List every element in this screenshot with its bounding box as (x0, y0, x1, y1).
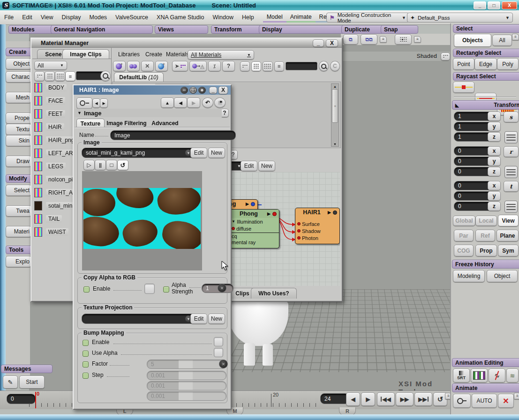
next-page-icon[interactable]: ▶ (100, 98, 108, 108)
search-icon[interactable] (319, 61, 329, 71)
select-options-menu[interactable] (512, 34, 519, 40)
pause-icon[interactable]: || (95, 160, 106, 170)
animation-divot[interactable] (83, 286, 90, 292)
history-forward-icon[interactable]: ▶ (187, 98, 200, 108)
menu-display[interactable]: Display (58, 13, 85, 22)
duplicate-single-icon[interactable]: ⧉ (343, 34, 358, 45)
loop-icon[interactable]: ↺ (117, 160, 128, 170)
material-to-selection-icon[interactable]: ⇒◬ (189, 61, 207, 71)
scroll-up-icon[interactable]: ▲ (331, 84, 338, 89)
scale-options-icon[interactable] (504, 131, 518, 143)
mm-thumb-medium-icon[interactable] (45, 71, 55, 81)
sidebar-item-texture[interactable]: Textu (6, 124, 31, 135)
rotate-mode-button[interactable]: r (504, 146, 519, 157)
mm-menu-materials[interactable]: Materials (166, 51, 189, 58)
keyable-parameters-icon[interactable] (471, 368, 488, 382)
select-edge-button[interactable]: Edge (474, 58, 497, 70)
animation-divot[interactable] (83, 373, 89, 379)
mm-view-small-icon[interactable] (240, 61, 250, 71)
select-point-button[interactable]: Point (453, 58, 474, 70)
lock-link-icon[interactable]: ∞ (181, 87, 188, 94)
snap-icon[interactable] (395, 34, 412, 45)
list-item[interactable]: LEGS (34, 162, 66, 171)
duplicate-multiple-icon[interactable]: ⧉⧉ (361, 34, 377, 45)
mm-tab-image-clips[interactable]: Image Clips (62, 49, 109, 59)
projection-new-button[interactable]: New (208, 314, 225, 324)
up-level-icon[interactable]: ▲ (161, 98, 174, 108)
animation-curve-icon[interactable]: ∿ (489, 368, 505, 382)
plane-button[interactable]: Plane (496, 230, 519, 241)
pass-dropdown[interactable]: ✦ Default_Pass ▼ (407, 13, 513, 22)
mm-material-search-field[interactable] (286, 62, 317, 70)
minimize-button[interactable]: _ (474, 1, 486, 9)
image-new-button[interactable]: New (208, 148, 225, 158)
menu-file[interactable]: File (0, 13, 18, 22)
srt-keyable-icon[interactable]: SRT (453, 368, 470, 382)
auto-key-button[interactable]: AUTO (472, 394, 497, 408)
next-frame-button[interactable]: ▶ (361, 392, 375, 406)
phong-node[interactable]: Phong▶ ▼Illumination diffuse cq mental r… (229, 209, 279, 248)
copy-alpha-enable-checkbox[interactable] (144, 284, 155, 294)
sidebar-item-character[interactable]: Charac (6, 71, 31, 82)
image-section-header[interactable]: ▼ Image (75, 109, 222, 117)
current-frame-field[interactable]: 24 (320, 393, 349, 404)
select-poly-button[interactable]: Poly (497, 58, 519, 70)
sidebar-item-mesh[interactable]: Mesh (6, 92, 31, 103)
mm-thumb-large-icon[interactable] (55, 71, 65, 81)
scroll-down-icon[interactable]: ▼ (331, 142, 338, 146)
play-button[interactable]: ▶▶ (396, 392, 414, 406)
material-edit-button[interactable]: Edit (241, 161, 257, 171)
list-item[interactable]: FACE (34, 96, 65, 105)
mm-list-view-icon[interactable]: ≡ (65, 71, 75, 81)
scale-mode-button[interactable]: s (504, 112, 519, 122)
mm-tab-who-uses[interactable]: Who Uses? (251, 288, 297, 299)
tab-advanced[interactable]: Advanced (150, 119, 181, 128)
translate-options-icon[interactable] (504, 201, 518, 213)
freeze-object-button[interactable]: Object (487, 270, 518, 282)
animate-options-menu[interactable] (514, 393, 519, 399)
animation-layers-icon[interactable]: ≋ (506, 368, 519, 382)
connection-icon[interactable]: ✕ (218, 284, 226, 292)
space-view-button[interactable]: View (498, 215, 519, 226)
space-global-button[interactable]: Global (453, 216, 475, 226)
toolbar-group-views[interactable]: Views (155, 25, 208, 34)
mm-list-icon[interactable]: ≡ (274, 61, 284, 71)
animation-divot[interactable] (83, 340, 89, 346)
scale-z-axis-button[interactable]: z (488, 132, 501, 142)
use-alpha-checkbox[interactable] (214, 348, 223, 357)
menu-window[interactable]: Window (209, 13, 238, 22)
rotate-y-axis-button[interactable]: y (488, 157, 501, 166)
list-item[interactable]: noIcon_pic (34, 175, 78, 184)
delete-material-icon[interactable]: ✕ (141, 61, 154, 71)
mm-thumb-small-icon[interactable] (34, 71, 45, 81)
close-button[interactable]: X (502, 1, 517, 9)
step-x-field[interactable]: 0.001 (147, 371, 226, 380)
tab-image-filtering[interactable]: Image Filtering (105, 119, 149, 128)
toolbar-group-display[interactable]: Display (259, 25, 345, 34)
construction-mode-dropdown[interactable]: ⚑ Modeling Construction Mode ▼ (326, 13, 409, 22)
translate-x-axis-button[interactable]: x (488, 181, 501, 190)
animation-divot[interactable] (83, 361, 89, 368)
snap-options-menu[interactable] (414, 36, 421, 43)
set-key-icon[interactable] (453, 394, 471, 408)
animation-divot[interactable] (83, 351, 89, 357)
dialog-minimize-button[interactable]: _ (209, 87, 217, 94)
mm-minimize-button[interactable]: _ (313, 39, 324, 47)
mm-view-large-icon[interactable] (263, 61, 272, 71)
menu-modes[interactable]: Modes (85, 13, 112, 22)
script-log-icon[interactable]: ✎ (3, 375, 18, 389)
translate-y-axis-button[interactable]: y (488, 191, 501, 201)
scrollbar-thumb[interactable]: ≡ (332, 89, 338, 123)
sidebar-item-skin[interactable]: Skin (6, 135, 31, 146)
rotate-x-axis-button[interactable]: x (488, 146, 501, 156)
select-objects-button[interactable]: Objects (454, 34, 491, 47)
start-button[interactable]: Start (19, 375, 45, 389)
material-new-button[interactable]: New (258, 161, 275, 171)
transform-collapse-icon[interactable]: ◣ (455, 103, 459, 108)
duplicate-options-menu[interactable] (380, 36, 387, 43)
history-back-icon[interactable]: ◀ (174, 98, 187, 108)
name-field[interactable]: Image (110, 130, 236, 140)
layout-mode-icon[interactable] (214, 98, 226, 108)
image-edit-button[interactable]: Edit (190, 148, 207, 158)
sidebar-item-select[interactable]: Select (6, 185, 31, 196)
